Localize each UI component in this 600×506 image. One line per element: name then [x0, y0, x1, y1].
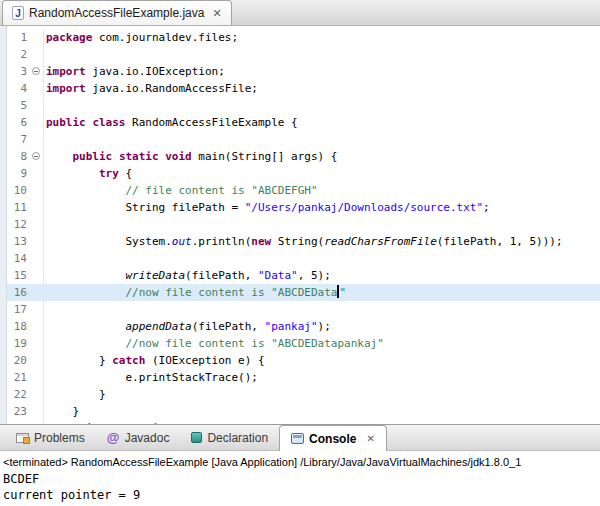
code-token: ;	[483, 201, 490, 214]
view-tab-javadoc[interactable]: @Javadoc	[96, 425, 181, 450]
fold-gutter	[31, 199, 44, 216]
code-token: String(	[271, 235, 324, 248]
code-text: String filePath = "/Users/pankaj/Downloa…	[44, 199, 490, 216]
code-token: writeData	[125, 269, 185, 282]
code-token: System.	[46, 235, 172, 248]
code-line[interactable]: 23 }	[7, 403, 600, 420]
line-number: 4	[7, 80, 31, 97]
code-line[interactable]: 21 e.printStackTrace();	[7, 369, 600, 386]
line-number: 2	[7, 46, 31, 63]
view-tab-label: Console	[309, 432, 356, 446]
view-tab-close-icon[interactable]: ✕	[366, 433, 374, 444]
code-line[interactable]: 7	[7, 131, 600, 148]
code-line[interactable]: 22 }	[7, 386, 600, 403]
code-line[interactable]: 19 //now file content is "ABCDEDatapanka…	[7, 335, 600, 352]
code-token	[46, 150, 73, 163]
fold-gutter	[31, 267, 44, 284]
code-line[interactable]: 8 public static void main(String[] args)…	[7, 148, 600, 165]
editor-tab[interactable]: J RandomAccessFileExample.java ✕	[2, 0, 232, 25]
code-token: (filePath,	[192, 320, 265, 333]
view-tab-declaration[interactable]: Declaration	[180, 425, 279, 450]
code-line[interactable]: 5	[7, 97, 600, 114]
problems-icon	[16, 433, 29, 443]
code-line[interactable]: 13 System.out.println(new String(readCha…	[7, 233, 600, 250]
line-number: 17	[7, 301, 31, 318]
code-line[interactable]: 10 // file content is "ABCDEFGH"	[7, 182, 600, 199]
code-token: (filePath,	[185, 269, 258, 282]
code-line[interactable]: 17	[7, 301, 600, 318]
code-text: }	[44, 386, 106, 403]
code-editor[interactable]: 1package com.journaldev.files;23import j…	[0, 26, 600, 424]
fold-gutter	[31, 386, 44, 403]
editor-tab-bar: J RandomAccessFileExample.java ✕	[0, 0, 600, 26]
view-tab-label: Problems	[34, 431, 85, 445]
code-line[interactable]: 3import java.io.IOException;	[7, 63, 600, 80]
code-text: }	[44, 403, 79, 420]
code-text: //now file content is "ABCDEData"	[44, 284, 346, 301]
console-icon	[291, 433, 304, 444]
line-number: 7	[7, 131, 31, 148]
code-area[interactable]: 1package com.journaldev.files;23import j…	[7, 26, 600, 424]
line-number: 11	[7, 199, 31, 216]
code-line[interactable]: 15 writeData(filePath, "Data", 5);	[7, 267, 600, 284]
code-token: java.io.RandomAccessFile;	[86, 82, 258, 95]
line-number: 14	[7, 250, 31, 267]
fold-collapse-icon[interactable]	[32, 67, 40, 75]
code-token: com.journaldev.files;	[92, 31, 238, 44]
code-token: import	[46, 65, 86, 78]
console-output-line: BCDEF	[3, 471, 597, 487]
line-number: 15	[7, 267, 31, 284]
code-token: catch	[112, 354, 145, 367]
code-token: }	[46, 388, 106, 401]
code-token	[46, 269, 125, 282]
view-tab-bar: Problems@JavadocDeclarationConsole✕	[0, 425, 600, 451]
code-text: package com.journaldev.files;	[44, 29, 238, 46]
code-token: new	[251, 235, 271, 248]
view-tab-problems[interactable]: Problems	[5, 425, 96, 450]
fold-collapse-icon[interactable]	[32, 152, 40, 160]
fold-gutter	[31, 335, 44, 352]
code-token	[46, 320, 125, 333]
line-number: 12	[7, 216, 31, 233]
code-token: public	[46, 116, 86, 129]
code-line-current[interactable]: 16 //now file content is "ABCDEData"	[7, 284, 600, 301]
console-process-label: <terminated> RandomAccessFileExample [Ja…	[3, 454, 597, 471]
code-token: }	[46, 354, 112, 367]
code-text: } catch (IOException e) {	[44, 352, 265, 369]
code-text: import java.io.IOException;	[44, 63, 225, 80]
bottom-panel: Problems@JavadocDeclarationConsole✕ <ter…	[0, 424, 600, 506]
code-text	[44, 216, 46, 233]
code-token: RandomAccessFileExample {	[126, 116, 298, 129]
line-number: 8	[7, 148, 31, 165]
code-line[interactable]: 2	[7, 46, 600, 63]
line-number: 6	[7, 114, 31, 131]
tab-close-icon[interactable]: ✕	[212, 7, 221, 20]
code-text	[44, 301, 46, 318]
code-token: {	[119, 167, 132, 180]
code-text: public static void main(String[] args) {	[44, 148, 337, 165]
code-line[interactable]: 6public class RandomAccessFileExample {	[7, 114, 600, 131]
code-line[interactable]: 12	[7, 216, 600, 233]
code-line[interactable]: 20 } catch (IOException e) {	[7, 352, 600, 369]
code-line[interactable]: 18 appendData(filePath, "pankaj");	[7, 318, 600, 335]
fold-gutter	[31, 29, 44, 46]
console-view[interactable]: <terminated> RandomAccessFileExample [Ja…	[0, 451, 600, 506]
code-token: public	[73, 150, 113, 163]
code-token: try	[99, 167, 119, 180]
code-line[interactable]: 11 String filePath = "/Users/pankaj/Down…	[7, 199, 600, 216]
fold-gutter	[31, 148, 44, 165]
fold-gutter	[31, 63, 44, 80]
code-text	[44, 250, 46, 267]
code-token: appendData	[125, 320, 191, 333]
line-number: 1	[7, 29, 31, 46]
code-token: "pankaj"	[265, 320, 318, 333]
console-output-line: current pointer = 9	[3, 487, 597, 503]
line-number: 16	[7, 284, 31, 301]
code-line[interactable]: 14	[7, 250, 600, 267]
line-number: 20	[7, 352, 31, 369]
code-line[interactable]: 4import java.io.RandomAccessFile;	[7, 80, 600, 97]
code-line[interactable]: 9 try {	[7, 165, 600, 182]
view-tab-console[interactable]: Console✕	[279, 425, 387, 451]
code-line[interactable]: 1package com.journaldev.files;	[7, 29, 600, 46]
code-text: appendData(filePath, "pankaj");	[44, 318, 331, 335]
